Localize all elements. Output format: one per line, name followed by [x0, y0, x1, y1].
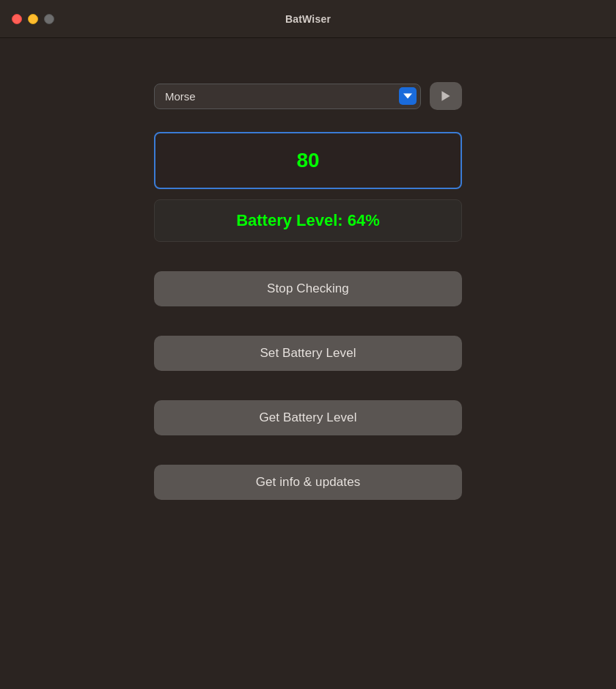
app-title: BatWiser — [285, 13, 331, 25]
play-button[interactable] — [430, 82, 462, 110]
mode-select[interactable]: Morse Option 1 Option 2 — [154, 84, 421, 109]
fullscreen-button[interactable] — [44, 14, 54, 24]
stop-checking-button[interactable]: Stop Checking — [154, 271, 462, 306]
dropdown-container: Morse Option 1 Option 2 — [154, 84, 421, 109]
dropdown-row: Morse Option 1 Option 2 — [154, 82, 462, 110]
play-icon — [439, 89, 452, 103]
get-battery-button[interactable]: Get Battery Level — [154, 400, 462, 435]
set-battery-button[interactable]: Set Battery Level — [154, 336, 462, 371]
traffic-lights — [12, 14, 54, 24]
battery-display: Battery Level: 64% — [154, 199, 462, 242]
minimize-button[interactable] — [28, 14, 38, 24]
battery-level-text: Battery Level: 64% — [236, 211, 380, 230]
battery-level-input[interactable] — [154, 132, 462, 189]
main-content: Morse Option 1 Option 2 Battery Level: 6… — [0, 38, 616, 689]
titlebar: BatWiser — [0, 0, 616, 38]
get-info-button[interactable]: Get info & updates — [154, 465, 462, 500]
close-button[interactable] — [12, 14, 22, 24]
